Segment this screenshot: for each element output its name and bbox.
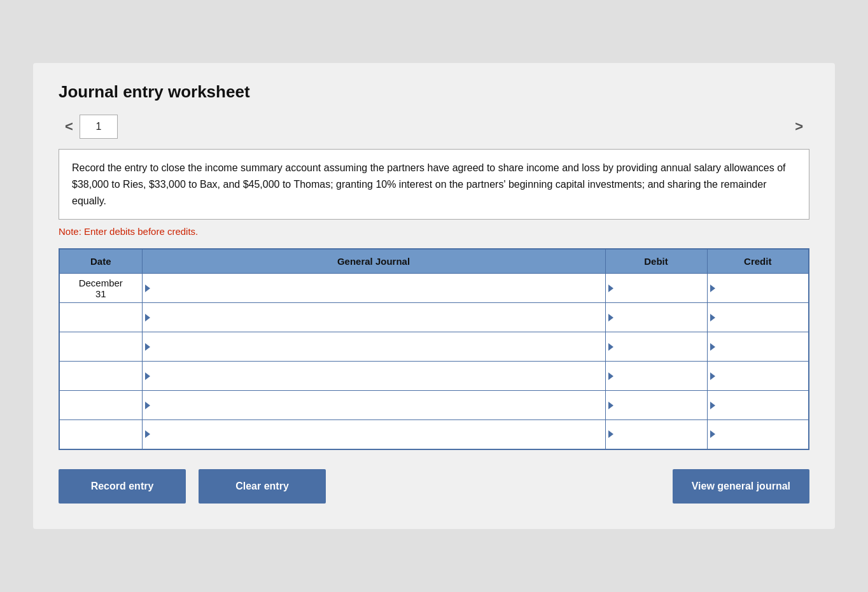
prev-page-button[interactable]: < xyxy=(59,115,80,139)
question-text: Record the entry to close the income sum… xyxy=(72,160,796,209)
journal-cell-1[interactable] xyxy=(142,274,605,303)
col-header-credit: Credit xyxy=(707,249,809,274)
debit-cell-2[interactable] xyxy=(605,303,707,332)
date-cell-6 xyxy=(59,420,142,449)
triangle-icon xyxy=(145,372,150,380)
debit-input-3[interactable] xyxy=(606,332,707,361)
navigation-row: < 1 > xyxy=(59,115,809,139)
triangle-icon xyxy=(608,402,613,409)
page-title: Journal entry worksheet xyxy=(59,82,809,102)
date-cell-1: December31 xyxy=(59,274,142,303)
table-row xyxy=(59,303,809,332)
triangle-icon xyxy=(710,372,715,380)
journal-cell-6[interactable] xyxy=(142,420,605,449)
debit-cell-6[interactable] xyxy=(605,420,707,449)
credit-input-6[interactable] xyxy=(708,420,809,449)
view-general-journal-button[interactable]: View general journal xyxy=(673,469,809,504)
journal-input-3[interactable] xyxy=(143,332,605,361)
date-cell-4 xyxy=(59,362,142,391)
question-box: Record the entry to close the income sum… xyxy=(59,149,809,220)
buttons-row: Record entry Clear entry View general jo… xyxy=(59,469,809,504)
date-cell-3 xyxy=(59,332,142,362)
journal-input-4[interactable] xyxy=(143,362,605,390)
triangle-icon xyxy=(608,285,613,292)
debit-cell-5[interactable] xyxy=(605,391,707,420)
triangle-icon xyxy=(710,430,715,438)
credit-input-2[interactable] xyxy=(708,303,809,332)
triangle-icon xyxy=(608,430,613,438)
credit-input-1[interactable] xyxy=(708,274,809,302)
credit-input-4[interactable] xyxy=(708,362,809,390)
debit-cell-3[interactable] xyxy=(605,332,707,362)
journal-input-5[interactable] xyxy=(143,391,605,419)
triangle-icon xyxy=(145,402,150,409)
journal-input-2[interactable] xyxy=(143,303,605,332)
debit-input-1[interactable] xyxy=(606,274,707,302)
credit-input-3[interactable] xyxy=(708,332,809,361)
credit-cell-6[interactable] xyxy=(707,420,809,449)
debit-cell-4[interactable] xyxy=(605,362,707,391)
journal-cell-4[interactable] xyxy=(142,362,605,391)
credit-input-5[interactable] xyxy=(708,391,809,419)
col-header-debit: Debit xyxy=(605,249,707,274)
credit-cell-2[interactable] xyxy=(707,303,809,332)
page-number: 1 xyxy=(95,121,101,132)
triangle-icon xyxy=(710,285,715,292)
debit-input-5[interactable] xyxy=(606,391,707,419)
debit-input-6[interactable] xyxy=(606,420,707,449)
date-cell-2 xyxy=(59,303,142,332)
triangle-icon xyxy=(145,430,150,438)
journal-table: Date General Journal Debit Credit Decemb… xyxy=(59,248,809,450)
clear-entry-button[interactable]: Clear entry xyxy=(199,469,326,504)
triangle-icon xyxy=(710,314,715,321)
triangle-icon xyxy=(608,372,613,380)
table-row xyxy=(59,332,809,362)
journal-input-1[interactable] xyxy=(143,274,605,302)
debit-input-2[interactable] xyxy=(606,303,707,332)
credit-cell-5[interactable] xyxy=(707,391,809,420)
triangle-icon xyxy=(145,285,150,292)
debit-cell-1[interactable] xyxy=(605,274,707,303)
triangle-icon xyxy=(145,343,150,351)
debit-input-4[interactable] xyxy=(606,362,707,390)
credit-cell-3[interactable] xyxy=(707,332,809,362)
col-header-date: Date xyxy=(59,249,142,274)
nav-left: < 1 xyxy=(59,115,118,139)
journal-cell-5[interactable] xyxy=(142,391,605,420)
journal-cell-2[interactable] xyxy=(142,303,605,332)
col-header-journal: General Journal xyxy=(142,249,605,274)
table-row xyxy=(59,420,809,449)
table-row xyxy=(59,362,809,391)
next-page-button[interactable]: > xyxy=(788,115,809,139)
credit-cell-4[interactable] xyxy=(707,362,809,391)
main-container: Journal entry worksheet < 1 > Record the… xyxy=(33,63,835,528)
date-cell-5 xyxy=(59,391,142,420)
page-number-box: 1 xyxy=(80,115,118,139)
record-entry-button[interactable]: Record entry xyxy=(59,469,186,504)
triangle-icon xyxy=(608,314,613,321)
triangle-icon xyxy=(145,314,150,321)
triangle-icon xyxy=(608,343,613,351)
table-row xyxy=(59,391,809,420)
triangle-icon xyxy=(710,343,715,351)
credit-cell-1[interactable] xyxy=(707,274,809,303)
table-row: December31 xyxy=(59,274,809,303)
note-text: Note: Enter debits before credits. xyxy=(59,226,809,237)
journal-input-6[interactable] xyxy=(143,420,605,449)
triangle-icon xyxy=(710,402,715,409)
journal-cell-3[interactable] xyxy=(142,332,605,362)
